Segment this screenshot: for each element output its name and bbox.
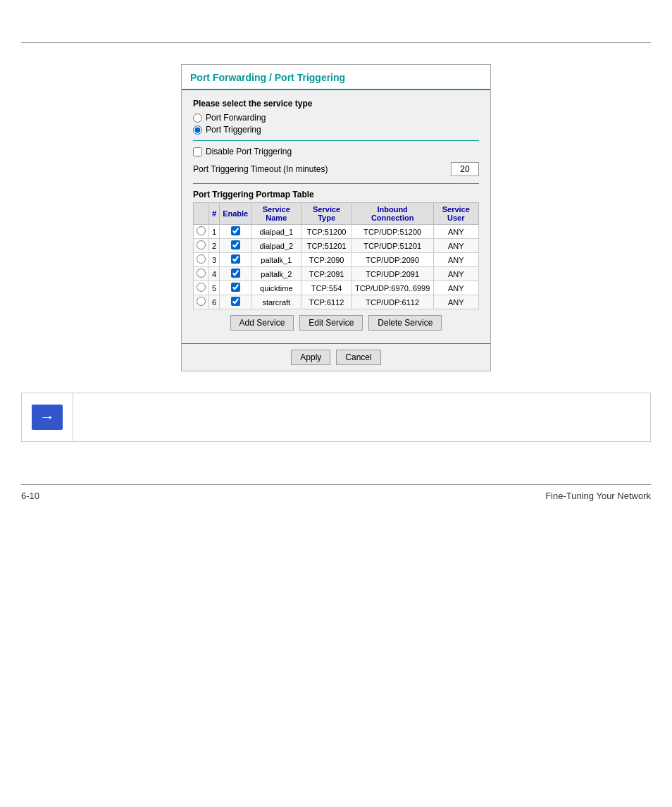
cell-user: ANY — [433, 253, 478, 267]
row-enable-4[interactable] — [231, 269, 240, 278]
cell-radio[interactable] — [194, 295, 209, 309]
cell-user: ANY — [433, 281, 478, 295]
service-buttons-row: Add Service Edit Service Delete Service — [193, 315, 479, 331]
cell-inbound: TCP/UDP:2091 — [351, 267, 433, 281]
cell-service-name: dialpad_1 — [251, 225, 301, 239]
edit-service-button[interactable]: Edit Service — [299, 315, 363, 331]
footer: 6-10 Fine-Tuning Your Network — [0, 485, 672, 507]
table-row: 6 starcraft TCP:6112 TCP/UDP:6112 ANY — [194, 295, 479, 309]
row-radio-1[interactable] — [197, 226, 206, 235]
add-service-button[interactable]: Add Service — [230, 315, 294, 331]
radio-port-triggering[interactable] — [193, 125, 202, 135]
disable-checkbox-row: Disable Port Triggering — [193, 147, 479, 156]
note-text — [73, 393, 650, 441]
col-header-service-type: Service Type — [301, 203, 351, 225]
table-row: 3 paltalk_1 TCP:2090 TCP/UDP:2090 ANY — [194, 253, 479, 267]
cell-inbound: TCP/UDP:51200 — [351, 225, 433, 239]
portmap-table: # Enable Service Name Service Type Inbou… — [193, 202, 479, 309]
note-box — [21, 393, 651, 442]
cell-radio[interactable] — [194, 225, 209, 239]
panel-body: Please select the service type Port Forw… — [182, 90, 490, 339]
cell-service-type: TCP:2091 — [301, 267, 351, 281]
service-type-label: Please select the service type — [193, 99, 479, 109]
delete-service-button[interactable]: Delete Service — [368, 315, 442, 331]
cell-radio[interactable] — [194, 253, 209, 267]
radio-port-forwarding[interactable] — [193, 113, 202, 123]
col-header-num: # — [209, 203, 220, 225]
table-section-label: Port Triggering Portmap Table — [193, 190, 479, 199]
footer-chapter-title: Fine-Tuning Your Network — [545, 491, 651, 501]
timeout-label: Port Triggering Timeout (In minutes) — [193, 164, 328, 174]
cell-service-type: TCP:554 — [301, 281, 351, 295]
cell-enable[interactable] — [220, 253, 251, 267]
cell-enable[interactable] — [220, 295, 251, 309]
col-header-user: Service User — [433, 203, 478, 225]
cell-inbound: TCP/UDP:6112 — [351, 295, 433, 309]
radio-port-triggering-label: Port Triggering — [206, 125, 261, 135]
col-header-enable: Enable — [220, 203, 251, 225]
row-radio-6[interactable] — [197, 297, 206, 306]
cell-service-type: TCP:2090 — [301, 253, 351, 267]
table-row: 4 paltalk_2 TCP:2091 TCP/UDP:2091 ANY — [194, 267, 479, 281]
cell-num: 5 — [209, 281, 220, 295]
row-radio-5[interactable] — [197, 283, 206, 292]
cell-enable[interactable] — [220, 239, 251, 253]
cell-enable[interactable] — [220, 267, 251, 281]
apply-cancel-row: Apply Cancel — [182, 343, 490, 371]
row-radio-3[interactable] — [197, 254, 206, 264]
cell-service-name: paltalk_2 — [251, 267, 301, 281]
col-header-radio — [194, 203, 209, 225]
row-enable-5[interactable] — [231, 283, 240, 292]
cell-service-name: quicktime — [251, 281, 301, 295]
cell-service-name: starcraft — [251, 295, 301, 309]
cell-num: 4 — [209, 267, 220, 281]
row-enable-3[interactable] — [231, 254, 240, 264]
cell-radio[interactable] — [194, 239, 209, 253]
cell-user: ANY — [433, 267, 478, 281]
arrow-icon — [32, 405, 63, 430]
panel-title: Port Forwarding / Port Triggering — [182, 65, 490, 90]
cell-user: ANY — [433, 225, 478, 239]
row-enable-6[interactable] — [231, 297, 240, 306]
cell-service-type: TCP:51201 — [301, 239, 351, 253]
cell-service-name: dialpad_2 — [251, 239, 301, 253]
table-row: 2 dialpad_2 TCP:51201 TCP/UDP:51201 ANY — [194, 239, 479, 253]
cell-radio[interactable] — [194, 281, 209, 295]
row-enable-2[interactable] — [231, 240, 240, 250]
cancel-button[interactable]: Cancel — [336, 350, 380, 365]
disable-port-triggering-checkbox[interactable] — [193, 147, 202, 156]
col-header-inbound: Inbound Connection — [351, 203, 433, 225]
row-radio-4[interactable] — [197, 269, 206, 278]
cell-inbound: TCP/UDP:51201 — [351, 239, 433, 253]
port-forwarding-panel: Port Forwarding / Port Triggering Please… — [181, 64, 491, 371]
cell-service-type: TCP:6112 — [301, 295, 351, 309]
cell-enable[interactable] — [220, 225, 251, 239]
row-enable-1[interactable] — [231, 226, 240, 235]
cell-num: 6 — [209, 295, 220, 309]
section-divider-1 — [193, 140, 479, 141]
row-radio-2[interactable] — [197, 240, 206, 250]
cell-inbound: TCP/UDP:2090 — [351, 253, 433, 267]
cell-radio[interactable] — [194, 267, 209, 281]
radio-port-forwarding-item: Port Forwarding — [193, 113, 479, 123]
cell-num: 2 — [209, 239, 220, 253]
cell-user: ANY — [433, 239, 478, 253]
table-row: 1 dialpad_1 TCP:51200 TCP/UDP:51200 ANY — [194, 225, 479, 239]
radio-group: Port Forwarding Port Triggering — [193, 113, 479, 135]
disable-label: Disable Port Triggering — [206, 147, 292, 156]
cell-user: ANY — [433, 295, 478, 309]
timeout-row: Port Triggering Timeout (In minutes) — [193, 162, 479, 176]
cell-enable[interactable] — [220, 281, 251, 295]
cell-num: 1 — [209, 225, 220, 239]
cell-service-name: paltalk_1 — [251, 253, 301, 267]
radio-port-triggering-item: Port Triggering — [193, 125, 479, 135]
timeout-input[interactable] — [451, 162, 479, 176]
table-body: 1 dialpad_1 TCP:51200 TCP/UDP:51200 ANY … — [194, 225, 479, 309]
col-header-service-name: Service Name — [251, 203, 301, 225]
cell-num: 3 — [209, 253, 220, 267]
table-row: 5 quicktime TCP:554 TCP/UDP:6970..6999 A… — [194, 281, 479, 295]
cell-service-type: TCP:51200 — [301, 225, 351, 239]
main-content: Port Forwarding / Port Triggering Please… — [0, 43, 672, 470]
apply-button[interactable]: Apply — [291, 350, 330, 365]
note-icon-area — [22, 393, 73, 441]
